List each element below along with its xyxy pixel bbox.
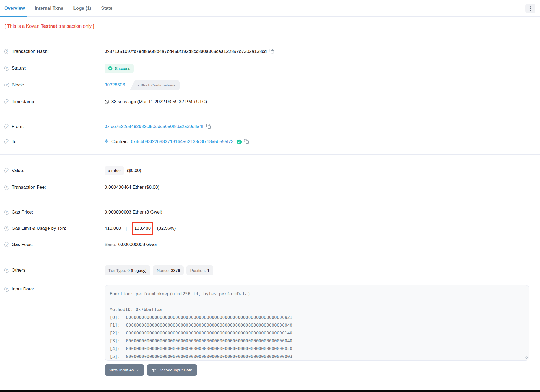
tab-internal-txns[interactable]: Internal Txns [35, 0, 63, 16]
row-timestamp: ? Timestamp: 33 secs ago (Mar-11-2022 03… [0, 93, 540, 110]
help-icon[interactable]: ? [4, 287, 9, 292]
gas-fees-base-label: Base: [105, 242, 116, 247]
tab-bar: Overview Internal Txns Logs (1) State ⋮ [0, 0, 540, 17]
gas-limit-label: Gas Limit & Usage by Txn: [12, 226, 66, 231]
input-word-0: [0]:000000000000000000000000000000000000… [110, 313, 524, 321]
decode-label: Decode Input Data [159, 368, 192, 372]
txn-type-badge: Txn Type:0 (Legacy) [105, 265, 150, 275]
word-hex: 0000000000000000000000000000000000000000… [126, 315, 293, 320]
help-icon[interactable]: ? [4, 268, 9, 273]
from-address-link[interactable]: 0xfee7522e8482682cf50ddc50a0f8da2a39effa… [105, 124, 203, 129]
help-icon[interactable]: ? [4, 66, 9, 71]
row-to: ? To: Contract 0x4cb093f226983713164a621… [0, 134, 540, 149]
input-data-actions: View Input As Decode Input Data [105, 364, 529, 376]
txn-type-key: Txn Type: [108, 268, 126, 273]
view-input-as-button[interactable]: View Input As [105, 364, 144, 376]
help-icon[interactable]: ? [4, 242, 9, 247]
word-hex: 0000000000000000000000000000000000000000… [126, 354, 293, 359]
resize-handle[interactable] [524, 356, 528, 359]
gas-price-value: 0.000000003 Ether (3 Gwei) [105, 209, 162, 215]
gas-limit-value: 410,000 [105, 226, 121, 231]
input-data-label: Input Data: [12, 286, 34, 292]
row-block: ? Block: 30328606 7 Block Confirmations [0, 77, 540, 93]
status-value: Success [115, 66, 130, 71]
row-status: ? Status: Success [0, 60, 540, 77]
annotation-highlight-box: 133,488 [132, 222, 153, 235]
success-check-icon [108, 66, 113, 71]
block-label: Block: [12, 82, 24, 88]
row-gas-fees: ? Gas Fees: Base: 0.000000009 Gwei [0, 236, 540, 253]
input-word-4: [4]:000000000000000000000000000000000000… [110, 345, 524, 353]
position-badge: Position:1 [186, 265, 213, 275]
notice-suffix: transaction only ] [57, 23, 94, 29]
transaction-hash-value: 0x371a51097fb78df856f8b4a7bd459f192d8cc8… [105, 49, 267, 54]
copy-button[interactable] [244, 139, 249, 145]
kebab-icon: ⋮ [528, 6, 533, 11]
block-number-link[interactable]: 30328606 [105, 82, 125, 88]
section-overview-top: ? Transaction Hash: 0x371a51097fb78df856… [0, 39, 540, 115]
status-badge: Success [105, 64, 134, 73]
help-icon[interactable]: ? [4, 83, 9, 87]
section-others-input: ? Others: Txn Type:0 (Legacy) Nonce:3376… [0, 257, 540, 383]
row-gas-price: ? Gas Price: 0.000000003 Ether (3 Gwei) [0, 204, 540, 220]
row-transaction-hash: ? Transaction Hash: 0x371a51097fb78df856… [0, 43, 540, 60]
help-icon[interactable]: ? [4, 185, 9, 190]
to-contract-word: Contract [111, 139, 129, 144]
others-label: Others: [12, 268, 27, 273]
gas-used-percent: (32.56%) [157, 226, 176, 231]
view-input-as-label: View Input As [109, 368, 134, 372]
nonce-value: 3376 [171, 268, 180, 273]
position-value: 1 [207, 268, 209, 273]
timestamp-value: 33 secs ago (Mar-11-2022 03:59:32 PM +UT… [111, 99, 207, 104]
row-from: ? From: 0xfee7522e8482682cf50ddc50a0f8da… [0, 119, 540, 134]
help-icon[interactable]: ? [4, 210, 9, 215]
word-index: [1]: [110, 321, 126, 329]
gas-fees-label: Gas Fees: [12, 242, 33, 247]
transaction-fee-label: Transaction Fee: [12, 185, 46, 190]
status-label: Status: [12, 66, 26, 71]
value-label: Value: [12, 168, 24, 173]
help-icon[interactable]: ? [4, 49, 9, 54]
decode-icon [152, 368, 156, 372]
row-input-data: ? Input Data: Function: performUpkeep(ui… [0, 285, 540, 376]
row-gas-limit-usage: ? Gas Limit & Usage by Txn: 410,000 | 13… [0, 220, 540, 236]
decode-input-data-button[interactable]: Decode Input Data [147, 364, 197, 376]
row-value: ? Value: 0 Ether ($0.00) [0, 162, 540, 179]
help-icon[interactable]: ? [4, 124, 9, 129]
copy-button[interactable] [269, 49, 274, 55]
word-hex: 0000000000000000000000000000000000000000… [126, 346, 293, 351]
value-amount-badge: 0 Ether [105, 166, 124, 175]
copy-button[interactable] [206, 124, 211, 130]
copy-icon [269, 49, 274, 55]
to-address-link[interactable]: 0x4cb093f226983713164a62138c3f718a5b595f… [131, 139, 233, 144]
testnet-notice: [ This is a Kovan Testnet transaction on… [0, 17, 540, 39]
notice-bold: Testnet [41, 23, 57, 29]
notice-prefix: [ This is a Kovan [5, 23, 41, 29]
tab-state[interactable]: State [101, 0, 113, 16]
to-label: To: [12, 139, 18, 144]
section-value-fee: ? Value: 0 Ether ($0.00) ? Transaction F… [0, 155, 540, 201]
nonce-key: Nonce: [157, 268, 170, 273]
input-word-1: [1]:000000000000000000000000000000000000… [110, 321, 524, 329]
copy-icon [244, 139, 249, 145]
help-icon[interactable]: ? [4, 139, 9, 144]
magnifier-plus-icon [105, 139, 109, 144]
gas-price-label: Gas Price: [12, 209, 33, 215]
input-word-5: [5]:000000000000000000000000000000000000… [110, 353, 524, 360]
word-index: [0]: [110, 313, 126, 321]
help-icon[interactable]: ? [4, 99, 9, 104]
copy-icon [206, 124, 211, 130]
help-icon[interactable]: ? [4, 226, 9, 231]
timestamp-label: Timestamp: [12, 99, 35, 104]
input-blank-line [110, 298, 524, 306]
label-col: ? Transaction Hash: [0, 49, 105, 54]
input-data-box[interactable]: Function: performUpkeep(uint256 id, byte… [105, 285, 529, 361]
tab-logs[interactable]: Logs (1) [73, 0, 91, 16]
zoom-in-button[interactable] [105, 139, 109, 144]
more-options-button[interactable]: ⋮ [525, 4, 535, 13]
tab-overview[interactable]: Overview [4, 0, 25, 16]
block-confirmations-badge: 7 Block Confirmations [130, 80, 180, 90]
transaction-fee-value: 0.000400464 Ether ($0.00) [105, 185, 159, 190]
word-index: [5]: [110, 353, 126, 360]
help-icon[interactable]: ? [4, 168, 9, 173]
